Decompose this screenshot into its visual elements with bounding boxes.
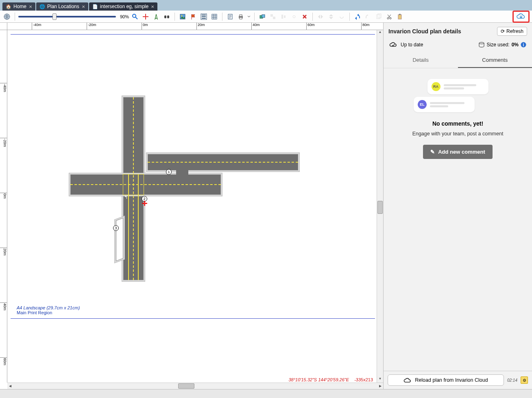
drawing-canvas[interactable]: A4 Landscape (29.7cm x 21cm) Main Print … <box>7 30 383 383</box>
size-value: 0% <box>512 42 519 48</box>
group-icon[interactable] <box>258 12 267 21</box>
reload-label: Reload plan from Invarion Cloud <box>415 377 488 383</box>
binoculars-icon[interactable] <box>162 12 171 21</box>
ruler-tick: -20m <box>87 23 96 30</box>
ruler-tick: -20m <box>0 138 7 147</box>
tab-plan-locations[interactable]: 🌐 Plan Locations ✕ <box>36 2 88 11</box>
svg-rect-16 <box>273 17 275 19</box>
delete-icon[interactable] <box>300 12 309 21</box>
comment-placeholder: EL <box>414 97 475 112</box>
document-tabs: 🏠 Home ✕ 🌐 Plan Locations ✕ 📄 intersecti… <box>0 0 532 11</box>
avatar: EL <box>418 100 427 109</box>
svg-rect-23 <box>398 15 401 19</box>
scroll-down-icon[interactable]: ▼ <box>377 377 383 383</box>
cursor-pos: -335x213 <box>354 377 373 382</box>
tab-details[interactable]: Details <box>384 53 458 68</box>
gps-coords: 38°10'15.32"S 144°20'59.26"E <box>288 377 349 382</box>
scrollbar-vertical[interactable]: ▲ ▼ <box>377 30 383 383</box>
comment-placeholder: RA <box>427 79 488 94</box>
refresh-icon: ⟳ <box>501 28 505 34</box>
copy-icon[interactable] <box>374 12 383 21</box>
tab-current-plan[interactable]: 📄 intersection eg, simple ✕ <box>89 2 157 11</box>
crosshair-icon[interactable] <box>141 12 150 21</box>
cut-icon[interactable] <box>385 12 394 21</box>
flip-v-icon[interactable] <box>327 12 336 21</box>
svg-rect-8 <box>212 14 217 19</box>
cloud-sync-button[interactable] <box>512 11 530 23</box>
svg-point-6 <box>181 15 183 16</box>
scroll-up-icon[interactable]: ▲ <box>377 30 383 36</box>
cloud-icon <box>403 377 412 383</box>
tab-label: Home <box>13 4 26 9</box>
tab-comments[interactable]: Comments <box>458 53 532 68</box>
ruler-tick: 0m <box>142 23 148 30</box>
comments-body: RA EL No comments, yet! Engage with your… <box>384 68 532 371</box>
scroll-right-icon[interactable]: ▶ <box>377 383 383 389</box>
marker-1: 1 <box>166 169 172 175</box>
svg-rect-3 <box>164 15 166 18</box>
link-icon[interactable] <box>290 12 299 21</box>
app-statusbar <box>0 389 532 398</box>
svg-rect-11 <box>240 15 242 16</box>
scroll-thumb[interactable] <box>377 201 383 214</box>
size-label: Size used: <box>487 42 510 48</box>
zoom-tool-icon[interactable] <box>131 12 140 21</box>
flip-h-icon[interactable] <box>316 12 325 21</box>
tab-home[interactable]: 🏠 Home ✕ <box>2 2 35 11</box>
image-icon[interactable] <box>178 12 187 21</box>
ruler-tick: 80m <box>361 23 370 30</box>
info-icon[interactable]: i <box>521 42 526 48</box>
svg-point-22 <box>390 17 391 19</box>
scrollbar-horizontal[interactable]: ◀ ▶ <box>7 383 383 389</box>
flag-icon[interactable] <box>189 12 198 21</box>
paste-icon[interactable] <box>395 12 404 21</box>
close-icon[interactable]: ✕ <box>151 4 154 9</box>
svg-line-2 <box>135 17 137 19</box>
lane-marking <box>70 184 221 185</box>
scroll-thumb[interactable] <box>178 383 194 389</box>
zoom-slider[interactable] <box>18 16 116 17</box>
svg-rect-18 <box>284 15 286 18</box>
wand-icon: ✎ <box>430 149 435 155</box>
ruler-tick: 40m <box>0 302 7 311</box>
settings-icon[interactable]: ⚙ <box>521 376 528 384</box>
scroll-left-icon[interactable]: ◀ <box>7 383 13 389</box>
storage-icon <box>478 42 485 48</box>
rotate-icon[interactable] <box>337 12 346 21</box>
ruler-tick: 20m <box>196 23 205 30</box>
main-area: -40m -20m 0m 20m 40m 60m 80m -40m -20m 0… <box>0 23 532 389</box>
close-icon[interactable]: ✕ <box>29 4 32 9</box>
cloud-check-icon <box>389 41 397 48</box>
add-comment-button[interactable]: ✎ Add new comment <box>423 145 493 159</box>
turn-arrow-icon: ↰ <box>124 195 128 200</box>
undo-icon[interactable] <box>353 12 362 21</box>
ruler-vertical: -40m -20m 0m 20m 40m 60m <box>0 30 7 383</box>
slider-thumb[interactable] <box>52 13 57 20</box>
align-icon[interactable] <box>279 12 288 21</box>
reload-button[interactable]: Reload plan from Invarion Cloud <box>388 374 504 386</box>
panel-footer: Reload plan from Invarion Cloud 02:14 ⚙ <box>384 371 532 389</box>
refresh-label: Refresh <box>506 28 523 34</box>
redo-icon[interactable] <box>364 12 373 21</box>
list-icon[interactable] <box>199 12 208 21</box>
page-icon[interactable] <box>226 12 235 21</box>
print-icon[interactable] <box>236 12 245 21</box>
close-icon[interactable]: ✕ <box>82 4 85 9</box>
table-icon[interactable] <box>210 12 219 21</box>
ruler-tick: 40m <box>251 23 260 30</box>
ruler-horizontal: -40m -20m 0m 20m 40m 60m 80m <box>7 23 383 30</box>
no-comments-heading: No comments, yet! <box>389 120 526 127</box>
refresh-button[interactable]: ⟳ Refresh <box>497 27 527 36</box>
intersection-drawing: 1 2 3 ✛ ↰ <box>62 97 294 309</box>
dropdown-arrow-icon[interactable] <box>247 12 251 21</box>
svg-rect-14 <box>262 15 265 17</box>
globe-tool-icon[interactable] <box>2 12 11 21</box>
compass-icon[interactable] <box>152 12 161 21</box>
doc-icon: 📄 <box>92 4 98 9</box>
canvas-status: 38°10'15.32"S 144°20'59.26"E -335x213 <box>288 377 373 382</box>
ruler-tick: -40m <box>32 23 41 30</box>
ungroup-icon[interactable] <box>268 12 277 21</box>
svg-text:i: i <box>523 43 524 47</box>
slip-lane <box>116 218 123 261</box>
svg-rect-15 <box>270 14 273 17</box>
